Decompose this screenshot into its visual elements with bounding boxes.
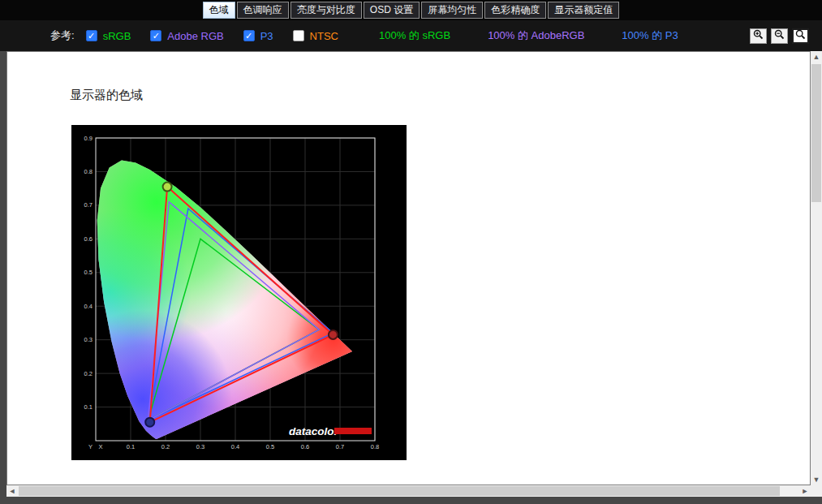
- svg-text:0.6: 0.6: [84, 235, 93, 243]
- tab-显示器额定值[interactable]: 显示器额定值: [548, 2, 619, 19]
- svg-text:0.1: 0.1: [127, 443, 135, 450]
- svg-text:X: X: [98, 443, 102, 450]
- svg-text:0.5: 0.5: [266, 443, 274, 450]
- svg-text:0.1: 0.1: [84, 403, 93, 411]
- svg-text:Y: Y: [88, 443, 93, 450]
- coverage-result-1: 100% 的 AdobeRGB: [488, 28, 584, 43]
- scroll-right-arrow[interactable]: ►: [799, 485, 811, 497]
- svg-text:0.2: 0.2: [161, 443, 170, 450]
- svg-text:0.2: 0.2: [84, 370, 93, 377]
- zoom-in-icon: [753, 29, 764, 42]
- content-panel: 显示器的色域 0.10.20.30.40.50.60.70.80.10.20.3…: [6, 51, 811, 485]
- checkbox-label: Adobe RGB: [167, 30, 223, 42]
- tab-色调响应[interactable]: 色调响应: [237, 2, 289, 19]
- svg-text:0.3: 0.3: [84, 336, 93, 343]
- tab-色域[interactable]: 色域: [203, 2, 235, 19]
- svg-text:0.8: 0.8: [371, 443, 379, 450]
- unchecked-checkbox-icon[interactable]: [293, 30, 304, 41]
- svg-text:0.6: 0.6: [301, 443, 309, 450]
- scroll-down-arrow[interactable]: ▼: [811, 474, 822, 485]
- svg-text:0.5: 0.5: [84, 269, 93, 276]
- checkbox-label: NTSC: [310, 30, 338, 42]
- svg-text:0.4: 0.4: [84, 303, 93, 310]
- horizontal-scrollbar[interactable]: ◄ ►: [6, 485, 811, 497]
- tab-OSD 设置[interactable]: OSD 设置: [364, 2, 420, 19]
- page-title: 显示器的色域: [70, 88, 143, 103]
- svg-text:0.7: 0.7: [84, 201, 93, 209]
- coverage-result-0: 100% 的 sRGB: [379, 28, 450, 43]
- checked-checkbox-icon[interactable]: ✓: [150, 30, 161, 41]
- vertical-scrollbar[interactable]: ▲ ▼: [811, 51, 822, 485]
- reference-checkboxes: ✓sRGB✓Adobe RGB✓P3NTSC: [86, 30, 358, 42]
- coverage-result-2: 100% 的 P3: [622, 28, 678, 43]
- svg-text:0.9: 0.9: [84, 135, 93, 142]
- checkbox-label: P3: [260, 30, 273, 42]
- svg-text:0.8: 0.8: [84, 168, 93, 175]
- zoom-reset-icon: [795, 29, 806, 42]
- reference-label: 参考:: [50, 28, 75, 43]
- checkbox-label: sRGB: [103, 30, 131, 42]
- tabs-bar: 色域色调响应亮度与对比度OSD 设置屏幕均匀性色彩精确度显示器额定值: [0, 0, 822, 20]
- zoom-out-icon: [774, 29, 785, 42]
- zoom-reset-button[interactable]: [792, 28, 809, 44]
- svg-text:0.4: 0.4: [231, 443, 239, 450]
- scrollbar-corner: [811, 485, 822, 497]
- checked-checkbox-icon[interactable]: ✓: [243, 30, 255, 41]
- tab-屏幕均匀性[interactable]: 屏幕均匀性: [421, 2, 483, 19]
- svg-text:0.3: 0.3: [196, 443, 204, 450]
- tab-色彩精确度[interactable]: 色彩精确度: [484, 2, 546, 19]
- checkbox-ntsc[interactable]: NTSC: [293, 30, 338, 42]
- coverage-results: 100% 的 sRGB100% 的 AdobeRGB100% 的 P3: [379, 28, 678, 43]
- reference-toolbar: 参考: ✓sRGB✓Adobe RGB✓P3NTSC 100% 的 sRGB10…: [0, 20, 822, 51]
- checkbox-srgb[interactable]: ✓sRGB: [86, 30, 131, 42]
- svg-text:0.7: 0.7: [336, 443, 344, 450]
- checkbox-p3[interactable]: ✓P3: [243, 30, 273, 42]
- vertical-scroll-thumb[interactable]: [811, 64, 821, 202]
- scroll-left-arrow[interactable]: ◄: [6, 485, 18, 497]
- datacolor-logo: datacolor: [289, 425, 339, 437]
- zoom-buttons: [750, 28, 809, 44]
- gamut-chart: 0.10.20.30.40.50.60.70.80.10.20.30.40.50…: [71, 125, 407, 460]
- zoom-out-button[interactable]: [771, 28, 788, 44]
- checked-checkbox-icon[interactable]: ✓: [86, 30, 97, 41]
- horizontal-scroll-thumb[interactable]: [19, 486, 780, 496]
- tab-亮度与对比度[interactable]: 亮度与对比度: [290, 2, 362, 19]
- scroll-up-arrow[interactable]: ▲: [811, 51, 822, 62]
- checkbox-adobe-rgb[interactable]: ✓Adobe RGB: [150, 30, 223, 42]
- zoom-in-button[interactable]: [750, 28, 767, 44]
